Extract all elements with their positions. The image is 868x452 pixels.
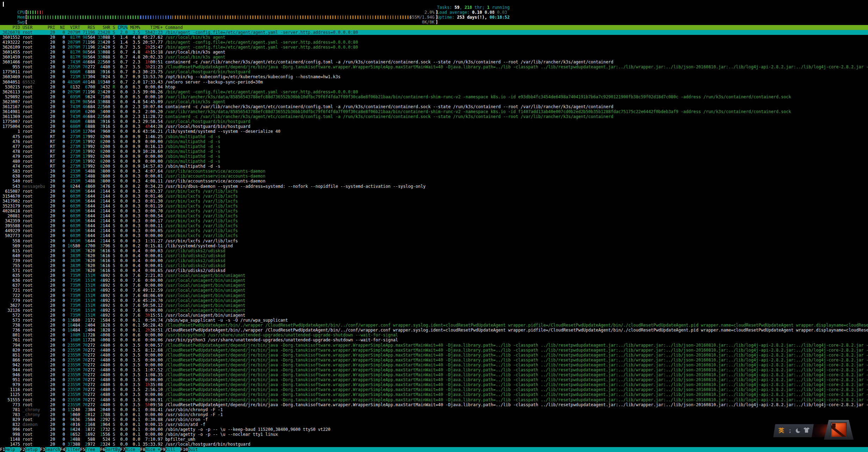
process-row[interactable]: 3623007 root 20 0 817M 98564 33088 S 0.0… [0,99,868,104]
process-row[interactable]: 4193222 root 20 0 2079M 71196 23420 S 1.… [0,40,868,45]
process-row[interactable]: 721 root 20 0 735M 151M 4892 S 0.0 7.6 4… [0,288,868,293]
process-row[interactable]: 3626078 root 20 0 2079M 71196 23420 S 2.… [0,30,868,35]
process-row[interactable]: 571 root 20 0 383M 7620 5616 S 0.0 0.4 0… [0,268,868,273]
process-row[interactable]: 3611369 root 20 0 743M 46684 22560 S 0.0… [0,114,868,119]
process-row[interactable]: 942 root 20 0 2355M 70272 4480 S 0.0 3.5… [0,363,868,367]
process-row[interactable]: 558 root 20 0 603M 5644 2144 S 0.0 0.3 1… [0,239,868,243]
process-row[interactable]: 736 root 20 0 18484 2404 1828 S 0.0 0.1 … [0,328,868,333]
process-row[interactable]: 3603469 root 20 0 723M 17304 7024 S 0.7 … [0,74,868,79]
process-row[interactable]: 477 root RT 0 273M 17992 8200 S 0.0 0.9 … [0,144,868,149]
fkey-label-f1[interactable]: Help [5,447,20,452]
process-row[interactable]: 3626109 root 20 0 2079M 71196 23420 S 0.… [0,45,868,50]
language-indicator[interactable]: 英 [778,428,784,433]
column-header-TIME+[interactable]: TIME+ [143,25,163,30]
process-row[interactable]: 1775004 root 20 0 686M 6888 3916 S 0.0 0… [0,124,868,129]
process-row[interactable]: 3601459 root 20 0 817M 98564 33088 S 0.7… [0,55,868,60]
punctuation-icon[interactable]: ； [787,428,793,433]
process-row[interactable]: 3626113 root 20 0 2079M 71196 23420 S 0.… [0,89,868,94]
process-row[interactable]: 979 root 20 0 2355M 70272 4480 S 0.0 3.5… [0,382,868,387]
process-row[interactable]: 832 daemon 20 0 4016 2168 1964 S 0.0 0.1… [0,422,868,427]
fkey-f1[interactable]: F1 [0,447,5,452]
process-row[interactable]: 951 root 20 0 2355M 70272 4480 S 0.0 3.5… [0,377,868,382]
process-row[interactable]: 476 root RT 0 273M 17992 8200 S 0.0 0.9 … [0,139,868,144]
fkey-f2[interactable]: F2 [20,447,25,452]
process-row[interactable]: 32126 root 20 0 735M 151M 4892 S 0.0 7.6… [0,308,868,313]
process-row[interactable]: 479 root RT 0 273M 17992 8200 S 0.0 0.9 … [0,154,868,159]
process-row[interactable]: 51555 root 20 0 2355M 70272 4480 S 0.0 3… [0,397,868,402]
fkey-f6[interactable]: F6 [100,447,105,452]
fkey-f4[interactable]: F4 [60,447,65,452]
fkey-f10[interactable]: F10 [180,447,188,452]
process-row[interactable]: 1775007 root 20 0 686M 6888 3916 S 0.0 0… [0,119,868,124]
fkey-label-f3[interactable]: Search [45,447,60,452]
process-row[interactable]: 761 root 20 0 108M 11728 4008 S 0.0 0.6 … [0,338,868,342]
process-row[interactable]: 955 root 20 0 2355M 70272 4480 S 0.7 3.5… [0,64,868,69]
process-row[interactable]: 1775011 root 20 0 686M 6888 3916 S 0.7 0… [0,69,868,74]
process-row[interactable]: 543 messagebu 20 0 8244 4860 3476 S 0.0 … [0,184,868,189]
process-row[interactable]: 1125 root 20 0 2355M 70272 4480 S 0.0 3.… [0,392,868,397]
column-header-RES[interactable]: RES [82,25,95,30]
fkey-label-f4[interactable]: Filter [65,447,80,452]
column-header-PRI[interactable]: PRI [48,25,55,30]
process-row[interactable]: 478 root RT 0 273M 17992 8200 S 0.0 0.9 … [0,149,868,154]
process-row[interactable]: 635 root 20 0 735M 151M 4892 S 0.0 7.6 2… [0,273,868,278]
process-row[interactable]: 615087 root 20 0 603M 5644 2144 S 0.0 0.… [0,189,868,194]
process-row[interactable]: 739 root 20 0 383M 7620 5616 S 0.0 0.4 0… [0,258,868,263]
process-row[interactable]: 829 root 20 0 9636 2584 2292 S 0.0 0.1 0… [0,417,868,422]
process-row[interactable]: 998 root 20 0 8652 1692 1556 S 0.0 0.1 0… [0,432,868,437]
process-row[interactable]: 569 root 20 0 16580 4700 3796 S 0.0 0.2 … [0,243,868,248]
process-row[interactable]: 3614981 root 20 0 695M 6200 3400 S 0.0 0… [0,109,868,114]
process-row[interactable]: 996 root 20 0 8424 1872 1732 S 0.0 0.1 0… [0,427,868,432]
fkey-label-f10[interactable]: Quit [188,447,203,452]
process-row[interactable]: 615 root 20 0 383M 7620 5616 S 0.0 0.4 0… [0,248,868,253]
fkey-label-f5[interactable]: Tree [85,447,100,452]
process-row[interactable]: 530215 root 20 0 8132 6700 3432 R 0.0 0.… [0,85,868,89]
process-row[interactable]: 3627 root 20 0 735M 151M 4892 S 0.0 7.6 … [0,303,868,308]
process-row[interactable]: 640 root 20 0 383M 7620 5616 S 0.0 0.4 0… [0,253,868,258]
process-row[interactable]: 3604051 65532 20 0 4836M 40148 19340 S 0… [0,80,868,85]
process-row[interactable]: 794 root 20 0 2355M 70272 4480 S 0.0 3.5… [0,343,868,348]
process-row[interactable]: 638 root 20 0 233M 5488 3800 S 0.0 0.3 0… [0,174,868,179]
column-header-CPU%[interactable]: CPU% [118,25,128,30]
column-header-Command[interactable]: Command [165,25,183,30]
process-row[interactable]: 944 root 20 0 2355M 70272 4480 S 0.0 3.5… [0,367,868,372]
process-row[interactable]: 502773 root 20 0 603M 5644 2144 S 0.0 0.… [0,233,868,238]
fkey-f8[interactable]: F8 [140,447,145,452]
process-row[interactable]: 480 root RT 0 273M 17992 8200 S 0.0 0.9 … [0,159,868,164]
process-row[interactable]: 3601466 root 20 0 743M 46684 22560 S 0.7… [0,60,868,64]
process-row[interactable]: 773 root 20 0 2355M 70272 4480 S 0.0 3.5… [0,402,868,407]
process-row[interactable]: 801 root 20 0 108M 11728 4008 S 0.0 0.6 … [0,333,868,338]
process-row[interactable]: 946 root 20 0 2355M 70272 4480 S 0.0 3.5… [0,372,868,377]
process-row[interactable]: 722 root 20 0 735M 151M 4892 S 0.0 7.6 4… [0,293,868,298]
process-row[interactable]: 572 root 20 0 735M 151M 4892 S 0.0 7.6 3… [0,313,868,318]
fkey-f9[interactable]: F9 [160,447,165,452]
process-row[interactable]: 3601455 root 20 0 817M 98564 33088 S 0.7… [0,50,868,55]
column-header-MEM%[interactable]: MEM% [130,25,140,30]
fkey-label-f6[interactable]: SortBy [105,447,120,452]
process-row[interactable]: 783 _chrony 20 0 5060 2012 1788 S 0.0 0.… [0,412,868,417]
process-row[interactable]: 866 root 20 0 2355M 70272 4480 S 0.0 3.5… [0,358,868,363]
fkey-f3[interactable]: F3 [40,447,45,452]
process-row[interactable]: 4028418 root 20 0 603M 5644 2144 S 0.0 0… [0,209,868,213]
process-row[interactable]: 540 root 20 0 233M 5488 3800 S 0.0 0.3 4… [0,179,868,184]
column-header-PID[interactable]: PID [0,25,20,30]
moon-icon[interactable] [796,428,800,433]
process-row[interactable]: 3523179 root 20 0 603M 5644 2144 S 0.0 0… [0,204,868,209]
process-row[interactable]: 755 root 20 0 383M 7620 5616 S 0.0 0.4 0… [0,263,868,268]
fkey-label-f9[interactable]: Kill [165,447,180,452]
process-row[interactable]: 475 root RT 0 273M 17992 8200 S 0.0 0.9 … [0,134,868,139]
process-row[interactable]: 449229 root 20 0 603M 5644 2144 S 0.0 0.… [0,228,868,233]
process-row[interactable]: 3417902 root 20 0 603M 5644 2144 S 0.0 0… [0,199,868,204]
process-row[interactable]: 342359 root 20 0 603M 5644 2144 S 0.0 0.… [0,218,868,223]
dota-keycap[interactable] [824,420,854,440]
fkey-label-f2[interactable]: Setup [25,447,40,452]
process-row[interactable]: 395588 root 20 0 603M 5644 2144 S 0.0 0.… [0,223,868,228]
column-header-USER[interactable]: USER [23,25,45,30]
process-row[interactable]: 1148 root 20 0 2488 588 524 S 0.0 0.0 7:… [0,437,868,442]
process-row[interactable]: 3612167 root 20 0 743M 46684 22560 S 0.0… [0,104,868,109]
process-row[interactable]: 1475 root 20 0 37388 2972 2324 S 0.0 0.1… [0,442,868,447]
process-row[interactable]: 738 root 20 0 18484 2404 1828 S 0.0 0.1 … [0,323,868,328]
process-row[interactable]: 529892 root 20 0 695M 9624 7108 S 0.0 0.… [0,94,868,99]
fkey-f5[interactable]: F5 [80,447,85,452]
fkey-label-f7[interactable]: Nice - [125,447,140,452]
